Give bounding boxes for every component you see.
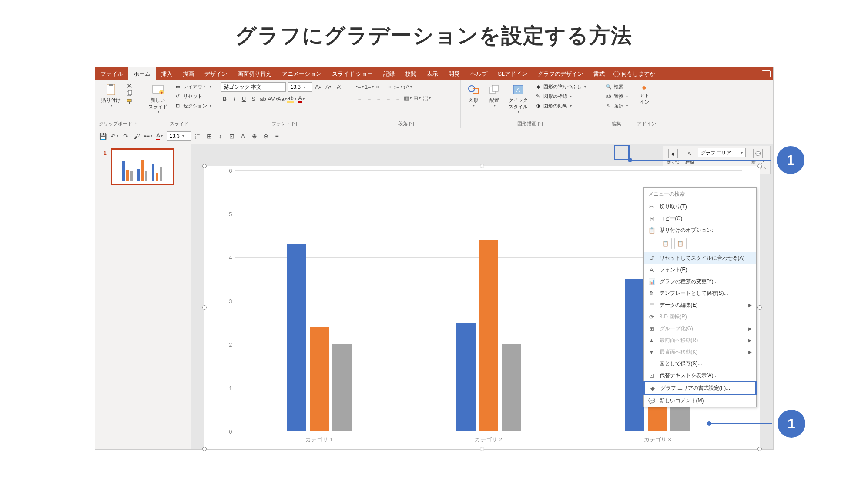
dialog-launcher-icon[interactable] [538, 122, 543, 126]
copy-icon[interactable] [126, 90, 133, 97]
dialog-launcher-icon[interactable] [292, 122, 297, 126]
tab-draw[interactable]: 描画 [178, 67, 199, 80]
cut-icon[interactable] [126, 82, 133, 89]
qat-icon-5[interactable]: A [239, 132, 248, 140]
bullets-button[interactable]: •≡▾ [355, 82, 364, 91]
grow-font-icon[interactable]: A▴ [314, 82, 322, 91]
menu-cut[interactable]: ✂切り取り(T) [644, 201, 756, 213]
strike-button[interactable]: S [249, 94, 258, 103]
qat-icon-1[interactable]: ⬚ [194, 132, 202, 140]
shape-effects-button[interactable]: ◑図形の効果▾ [533, 101, 588, 110]
chart-bar[interactable] [479, 240, 498, 431]
menu-change-chart-type[interactable]: 📊グラフの種類の変更(Y)... [644, 276, 756, 287]
layout-button[interactable]: ▭レイアウト▾ [173, 82, 213, 91]
tab-format[interactable]: 書式 [588, 67, 610, 80]
indent-increase-button[interactable]: ⇥ [384, 82, 393, 91]
menu-save-as-picture[interactable]: 図として保存(S)... [644, 358, 756, 370]
tab-help[interactable]: ヘルプ [465, 67, 493, 80]
menu-format-chart-area[interactable]: ◆グラフ エリアの書式設定(F)... [645, 382, 755, 394]
tab-chart-design[interactable]: グラフのデザイン [533, 67, 588, 80]
replace-button[interactable]: ab置換▾ [603, 92, 630, 100]
paste-option-2[interactable]: 📋 [674, 238, 687, 249]
font-size-combo[interactable]: 13.3▾ [288, 82, 312, 92]
redo-icon[interactable]: ↷ [121, 132, 130, 140]
tab-review[interactable]: 校閲 [400, 67, 422, 80]
tab-slideshow[interactable]: スライド ショー [327, 67, 379, 80]
align-text-button[interactable]: ⊞▾ [413, 94, 422, 102]
tab-developer[interactable]: 開発 [443, 67, 465, 80]
find-button[interactable]: 🔍検索 [603, 82, 630, 91]
resize-handle[interactable] [757, 305, 762, 310]
tab-design[interactable]: デザイン [199, 67, 232, 80]
menu-new-comment[interactable]: 💬新しいコメント(M) [644, 395, 756, 407]
tab-sladdin[interactable]: SLアドイン [493, 67, 533, 80]
indent-decrease-button[interactable]: ⇤ [375, 82, 383, 91]
menu-save-template[interactable]: 🗎テンプレートとして保存(S)... [644, 287, 756, 299]
arrange-button[interactable]: 配置▾ [485, 82, 503, 108]
text-direction-button[interactable]: ↕A▾ [403, 82, 412, 91]
zoom-in-icon[interactable]: ⊕ [250, 132, 259, 140]
resize-handle[interactable] [202, 164, 207, 168]
menu-font[interactable]: Aフォント(E)... [644, 264, 756, 276]
font-color-icon[interactable]: A▾ [155, 132, 164, 140]
reset-button[interactable]: ↺リセット [173, 92, 213, 100]
change-case-button[interactable]: Aa▾ [278, 94, 287, 103]
comment-icon[interactable] [762, 70, 771, 77]
shadow-button[interactable]: ab [259, 94, 268, 103]
shapes-button[interactable]: 図形▾ [464, 82, 483, 108]
dialog-launcher-icon[interactable] [409, 122, 414, 126]
save-icon[interactable]: 💾 [99, 132, 107, 140]
font-name-combo[interactable]: 游ゴシック 本文▾ [221, 82, 286, 92]
resize-handle[interactable] [757, 447, 762, 451]
italic-button[interactable]: I [230, 94, 239, 103]
numbering-button[interactable]: 1≡▾ [365, 82, 374, 91]
resize-handle[interactable] [480, 447, 484, 451]
qat-more-icon[interactable]: ≡ [273, 132, 282, 140]
align-center-button[interactable]: ≡ [365, 94, 374, 102]
underline-button[interactable]: U [240, 94, 248, 103]
format-painter-icon[interactable]: 🖌 [133, 132, 141, 140]
qat-size-combo[interactable]: 13.3▾ [167, 131, 191, 141]
resize-handle[interactable] [480, 164, 484, 168]
section-button[interactable]: ⊟セクション▾ [173, 101, 213, 110]
undo-icon[interactable]: ↶▾ [110, 132, 119, 140]
format-painter-icon[interactable] [126, 98, 133, 105]
resize-handle[interactable] [202, 447, 207, 451]
resize-handle[interactable] [202, 305, 207, 310]
shape-fill-button[interactable]: ◆図形の塗りつぶし▾ [533, 82, 588, 91]
smartart-button[interactable]: ⬚▾ [422, 94, 431, 102]
justify-button[interactable]: ≡ [384, 94, 393, 102]
distributed-button[interactable]: ≡ [394, 94, 402, 102]
font-color-button[interactable]: A▾ [297, 94, 306, 103]
qat-icon-2[interactable]: ⊞ [205, 132, 214, 140]
slide-canvas[interactable]: ◆塗りつ ぶし ✎枠線 グラフ エリア▾ 💬新しい コメント [191, 144, 773, 449]
chart-bar[interactable] [310, 327, 329, 431]
columns-button[interactable]: ▦▾ [403, 94, 412, 102]
zoom-out-icon[interactable]: ⊖ [261, 132, 270, 140]
menu-search[interactable]: メニューの検索 [644, 188, 756, 201]
bullets-icon[interactable]: •≡▾ [144, 132, 153, 140]
tab-home[interactable]: ホーム [128, 67, 156, 80]
tab-transitions[interactable]: 画面切り替え [232, 67, 277, 80]
paste-button[interactable]: 貼り付け ▾ [99, 82, 123, 108]
clear-formatting-icon[interactable]: A̷ [335, 82, 343, 91]
tab-record[interactable]: 記録 [378, 67, 400, 80]
align-left-button[interactable]: ≡ [355, 94, 364, 102]
paste-option-1[interactable]: 📋 [660, 238, 672, 249]
chart-bar[interactable] [502, 344, 521, 431]
tab-view[interactable]: 表示 [422, 67, 443, 80]
slide-thumbnail-1[interactable]: 1 [111, 148, 174, 185]
select-button[interactable]: ↖選択▾ [603, 101, 630, 110]
shrink-font-icon[interactable]: A▾ [324, 82, 333, 91]
line-spacing-button[interactable]: ↕≡▾ [394, 82, 402, 91]
tab-file[interactable]: ファイル [95, 67, 128, 80]
menu-copy[interactable]: ⎘コピー(C) [644, 213, 756, 224]
chart-bar[interactable] [287, 244, 306, 431]
addins-button[interactable]: ● アド イン [637, 82, 652, 106]
qat-icon-4[interactable]: ⊡ [228, 132, 236, 140]
bold-button[interactable]: B [221, 94, 229, 103]
chart-bar[interactable] [456, 323, 476, 431]
align-right-button[interactable]: ≡ [375, 94, 383, 102]
tab-animations[interactable]: アニメーション [277, 67, 327, 80]
spacing-button[interactable]: AV▾ [268, 94, 277, 103]
